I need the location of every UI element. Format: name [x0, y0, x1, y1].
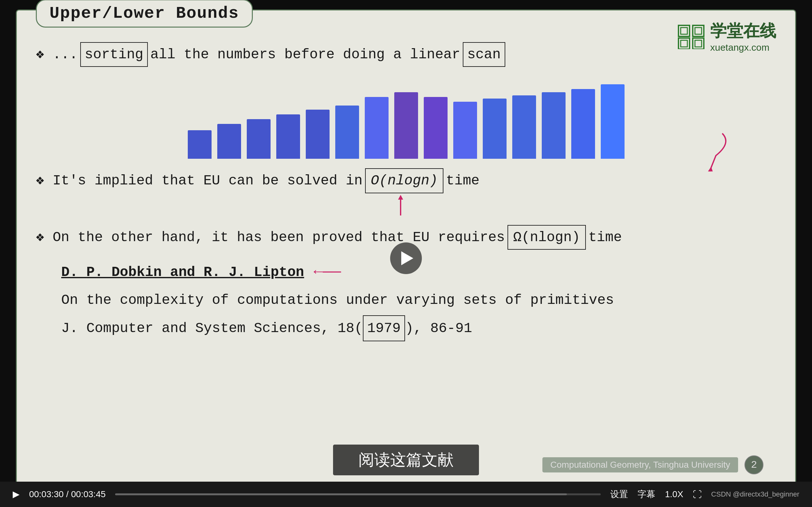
bar-item [512, 95, 536, 159]
bar-item [453, 102, 477, 159]
video-container: Upper/Lower Bounds 学堂在线 xuetangx.com [0, 0, 812, 507]
bullet-2-complexity: O(nlogn) [365, 168, 444, 193]
settings-button[interactable]: 设置 [610, 488, 628, 500]
paper-title: On the complexity of computations under … [61, 288, 776, 312]
svg-rect-7 [695, 40, 702, 47]
bullet-2-suffix: time [446, 170, 479, 192]
watermark: 学堂在线 xuetangx.com [677, 20, 776, 53]
bullet-1: ❖ ... sorting all the numbers before doi… [36, 42, 776, 67]
fullscreen-button[interactable]: ⛶ [693, 489, 702, 500]
slide-number: 2 [745, 455, 763, 474]
bar-item [483, 99, 507, 159]
year-box: 1979 [363, 315, 405, 342]
svg-rect-1 [681, 27, 687, 34]
svg-rect-3 [695, 27, 702, 34]
progress-bar[interactable] [115, 493, 601, 495]
slide-title: Upper/Lower Bounds [36, 0, 253, 27]
play-icon [401, 251, 413, 265]
captions-button[interactable]: 字幕 [638, 488, 655, 500]
bullet-2: ❖ It's implied that EU can be solved in … [36, 168, 776, 193]
bullet-3-complexity: Ω(nlogn) [507, 225, 586, 250]
bar-item [217, 124, 241, 159]
up-arrow-icon [391, 193, 410, 219]
author-names: D. P. Dobkin and R. J. Lipton [61, 261, 304, 284]
caption-bar: 阅读这篇文献 [333, 445, 479, 475]
svg-rect-5 [681, 40, 687, 47]
watermark-en: xuetangx.com [710, 42, 776, 53]
watermark-text: 学堂在线 xuetangx.com [710, 20, 776, 53]
bar-item [365, 97, 389, 159]
journal-text: J. Computer and System Sciences, 18( [61, 320, 363, 336]
bullet-1-middle: all the numbers before doing a linear [150, 43, 460, 66]
bullet-2-text: ❖ It's implied that EU can be solved in [36, 170, 362, 192]
progress-fill [115, 493, 567, 495]
controls-right: 设置 字幕 1.0X ⛶ CSDN @directx3d_beginner [610, 488, 799, 500]
svg-rect-6 [693, 38, 704, 49]
play-pause-button[interactable]: ▶ [13, 487, 20, 501]
journal-suffix: ), 86-91 [405, 320, 472, 336]
left-arrow-icon: ←—— [314, 259, 341, 285]
svg-rect-4 [678, 38, 690, 49]
bar-item [188, 130, 212, 159]
bullet-3-text: ❖ On the other hand, it has been proved … [36, 226, 505, 248]
slide-content: ❖ ... sorting all the numbers before doi… [36, 42, 776, 341]
bar-item [394, 92, 418, 159]
bullet-1-word2: scan [463, 42, 505, 67]
pink-arrow-right-icon [675, 130, 738, 178]
bar-chart [36, 79, 776, 159]
play-button-overlay[interactable] [390, 242, 422, 274]
arrow-between [36, 200, 776, 225]
slide-area: Upper/Lower Bounds 学堂在线 xuetangx.com [16, 9, 796, 507]
time-display: 00:03:30 / 00:03:45 [29, 489, 106, 499]
bar-item [335, 106, 359, 159]
bullet-1-prefix: ❖ ... [36, 43, 78, 66]
bullet-3-suffix: time [589, 226, 622, 248]
bar-item [424, 97, 448, 159]
time-separator: / [66, 489, 71, 499]
bar-item [542, 92, 565, 159]
bar-item [601, 84, 624, 159]
watermark-logo-icon [677, 24, 705, 49]
course-label: Computational Geometry, Tsinghua Univers… [542, 457, 738, 472]
user-info: CSDN @directx3d_beginner [711, 490, 799, 498]
bar-item [306, 110, 329, 159]
speed-button[interactable]: 1.0X [665, 489, 683, 499]
bottom-info-bar: Computational Geometry, Tsinghua Univers… [542, 455, 763, 474]
time-total: 00:03:45 [71, 489, 106, 499]
watermark-cn: 学堂在线 [710, 20, 776, 42]
controls-bar: ▶ 00:03:30 / 00:03:45 设置 字幕 1.0X ⛶ CSDN … [0, 482, 812, 507]
svg-marker-8 [708, 167, 713, 171]
bar-item [247, 119, 270, 159]
bar-item [276, 114, 300, 159]
time-current: 00:03:30 [29, 489, 64, 499]
svg-rect-0 [678, 25, 690, 37]
svg-marker-10 [398, 195, 403, 200]
svg-rect-2 [693, 25, 704, 37]
bar-item [571, 89, 595, 159]
bullet-1-word1: sorting [80, 42, 148, 67]
journal-line: J. Computer and System Sciences, 18(1979… [61, 315, 776, 342]
